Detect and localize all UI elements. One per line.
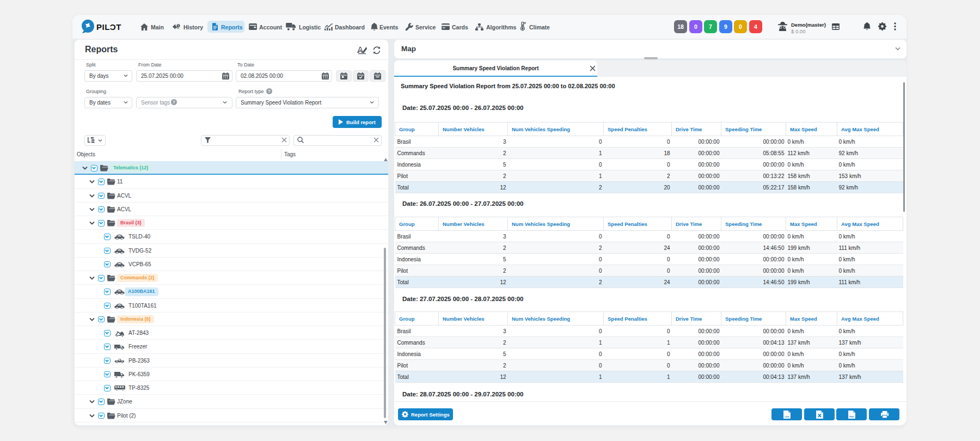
svg-text:PDF: PDF	[849, 415, 854, 418]
svg-text:?: ?	[173, 100, 175, 105]
svg-text:CSV: CSV	[785, 415, 789, 418]
svg-text:?: ?	[268, 89, 271, 94]
